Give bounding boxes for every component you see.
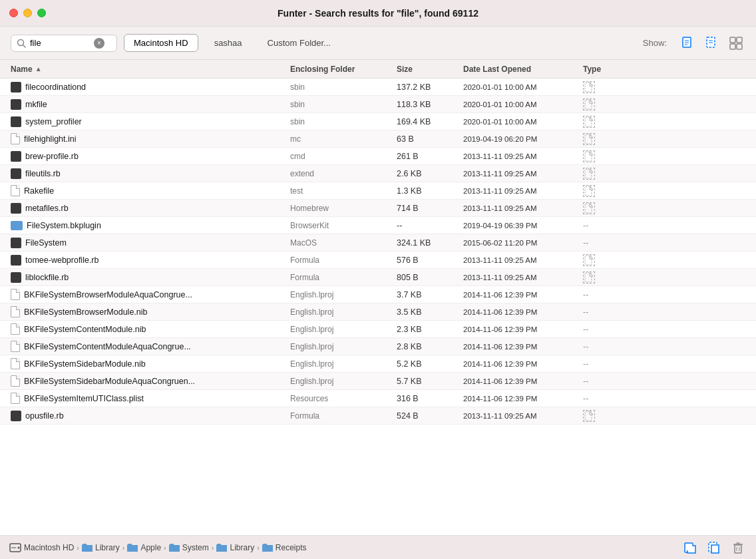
file-name: brew-profile.rb (25, 152, 79, 161)
receipts-folder-icon (262, 543, 273, 552)
file-name: BKFileSystemBrowserModule.nib (24, 307, 148, 317)
minimize-button[interactable] (23, 9, 32, 17)
breadcrumb-library2: Library (230, 543, 254, 552)
table-row[interactable]: BKFileSystemContentModule.nib English.lp… (0, 321, 756, 338)
cell-size: 3.5 KB (397, 307, 463, 317)
cell-size: 805 B (397, 273, 463, 282)
cell-name: mkfile (11, 99, 290, 110)
status-bar-actions (681, 539, 747, 556)
col-header-type[interactable]: Type (583, 65, 663, 74)
close-button[interactable] (9, 9, 18, 17)
cell-name: filehighlight.ini (11, 133, 290, 144)
cell-type: -- (583, 342, 663, 351)
maximize-button[interactable] (37, 9, 46, 17)
table-row[interactable]: FileSystem MacOS 324.1 KB 2015-06-02 11:… (0, 234, 756, 252)
table-row[interactable]: Rakefile test 1.3 KB 2013-11-11 09:25 AM (0, 182, 756, 200)
table-row[interactable]: filecoordinationd sbin 137.2 KB 2020-01-… (0, 79, 756, 96)
doc-file-icon (11, 306, 20, 317)
table-row[interactable]: BKFileSystemItemUTIClass.plist Resources… (0, 390, 756, 407)
table-row[interactable]: fileutils.rb extend 2.6 KB 2013-11-11 09… (0, 165, 756, 182)
table-row[interactable]: BKFileSystemSidebarModule.nib English.lp… (0, 355, 756, 373)
dark-file-icon (11, 116, 21, 127)
cell-name: BKFileSystemContentModule.nib (11, 323, 290, 335)
svg-rect-12 (737, 44, 742, 49)
file-name: BKFileSystemItemUTIClass.plist (24, 394, 144, 403)
svg-rect-9 (730, 37, 735, 43)
file-name: BKFileSystemSidebarModuleAquaCongruen... (24, 377, 195, 386)
reveal-file-button[interactable] (681, 539, 699, 556)
cell-folder: English.lproj (290, 342, 397, 351)
cell-folder: Formula (290, 411, 397, 421)
sashaa-tab[interactable]: sashaa (205, 35, 252, 51)
file-name: FileSystem (25, 238, 67, 248)
table-row[interactable]: BKFileSystemBrowserModuleAquaCongrue... … (0, 286, 756, 303)
cell-date: 2019-04-19 06:39 PM (463, 222, 583, 230)
show-grid-button[interactable] (727, 34, 745, 53)
dark-file-icon (11, 238, 21, 248)
table-row[interactable]: system_profiler sbin 169.4 KB 2020-01-01… (0, 113, 756, 130)
clear-search-button[interactable]: × (94, 38, 104, 49)
breadcrumb-macintosh-hd: Macintosh HD (24, 543, 74, 552)
dark-file-icon (11, 411, 21, 421)
cell-type (583, 168, 663, 180)
cell-type: -- (583, 238, 663, 248)
cell-size: 169.4 KB (397, 117, 463, 126)
cell-folder: mc (290, 134, 397, 144)
table-row[interactable]: opusfile.rb Formula 524 B 2013-11-11 09:… (0, 407, 756, 425)
table-row[interactable]: BKFileSystemSidebarModuleAquaCongruen...… (0, 373, 756, 390)
type-dash: -- (583, 290, 588, 299)
cell-type (583, 410, 663, 422)
apple-folder-icon (127, 543, 138, 552)
cell-name: BKFileSystemSidebarModuleAquaCongruen... (11, 375, 290, 387)
cell-name: fileutils.rb (11, 168, 290, 179)
cell-date: 2014-11-06 12:39 PM (463, 325, 583, 333)
file-name: mkfile (25, 100, 47, 109)
type-dash: -- (583, 325, 588, 334)
show-files-button[interactable] (679, 34, 697, 53)
window-title: Funter - Search results for "file", foun… (278, 8, 478, 19)
dark-file-icon (11, 151, 21, 162)
delete-button[interactable] (729, 539, 747, 556)
cell-size: 2.3 KB (397, 325, 463, 334)
table-row[interactable]: BKFileSystemContentModuleAquaCongrue... … (0, 338, 756, 355)
type-icon (583, 133, 595, 145)
table-row[interactable]: liblockfile.rb Formula 805 B 2013-11-11 … (0, 269, 756, 286)
table-row[interactable]: filehighlight.ini mc 63 B 2019-04-19 06:… (0, 130, 756, 148)
show-hidden-button[interactable] (703, 34, 721, 53)
table-row[interactable]: BKFileSystemBrowserModule.nib English.lp… (0, 303, 756, 321)
custom-folder-tab[interactable]: Custom Folder... (258, 35, 340, 51)
type-dash: -- (583, 342, 588, 351)
show-icons-group (679, 34, 745, 53)
macintosh-hd-tab[interactable]: Macintosh HD (124, 34, 198, 52)
cell-date: 2013-11-11 09:25 AM (463, 152, 583, 160)
type-icon (583, 81, 595, 93)
doc-file-icon (11, 375, 20, 387)
cell-folder: sbin (290, 117, 397, 126)
cell-folder: Homebrew (290, 204, 397, 213)
status-bar: Macintosh HD › Library › Apple › System … (0, 535, 756, 559)
col-header-name[interactable]: Name ▲ (11, 65, 290, 74)
breadcrumb-receipts: Receipts (276, 543, 307, 552)
cell-name: FileSystem.bkplugin (11, 221, 290, 230)
search-input[interactable] (30, 38, 90, 48)
cell-folder: extend (290, 169, 397, 178)
file-name: system_profiler (25, 117, 82, 126)
cell-name: tomee-webprofile.rb (11, 255, 290, 266)
breadcrumb-library1: Library (95, 543, 120, 552)
col-header-size[interactable]: Size (397, 65, 463, 74)
table-row[interactable]: mkfile sbin 118.3 KB 2020-01-01 10:00 AM (0, 96, 756, 113)
sort-arrow-icon: ▲ (35, 65, 42, 73)
table-row[interactable]: brew-profile.rb cmd 261 B 2013-11-11 09:… (0, 148, 756, 165)
col-header-folder[interactable]: Enclosing Folder (290, 65, 397, 74)
table-row[interactable]: metafiles.rb Homebrew 714 B 2013-11-11 0… (0, 200, 756, 217)
table-row[interactable]: FileSystem.bkplugin BrowserKit -- 2019-0… (0, 217, 756, 234)
file-name: BKFileSystemBrowserModuleAquaCongrue... (24, 290, 192, 299)
col-header-date[interactable]: Date Last Opened (463, 65, 583, 74)
file-name: Rakefile (24, 186, 54, 196)
file-name: BKFileSystemContentModule.nib (24, 325, 146, 334)
table-row[interactable]: tomee-webprofile.rb Formula 576 B 2013-1… (0, 252, 756, 269)
table-body: filecoordinationd sbin 137.2 KB 2020-01-… (0, 79, 756, 535)
cell-name: opusfile.rb (11, 411, 290, 421)
copy-path-button[interactable] (705, 539, 723, 556)
cell-name: FileSystem (11, 238, 290, 248)
